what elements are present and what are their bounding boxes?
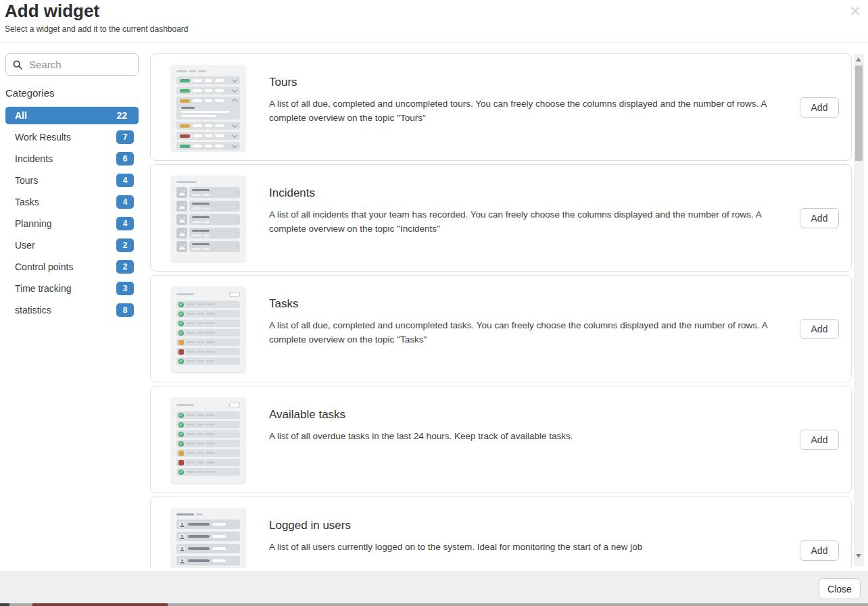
placeholder-dash xyxy=(192,243,210,245)
placeholder-dash xyxy=(186,341,195,343)
add-button[interactable]: Add xyxy=(800,319,839,339)
category-label: Control points xyxy=(15,261,73,272)
category-count-badge: 4 xyxy=(116,195,134,209)
category-label: statistics xyxy=(15,305,51,315)
category-item-tasks[interactable]: Tasks 4 xyxy=(5,193,139,211)
placeholder-dash xyxy=(186,424,195,426)
category-item-tours[interactable]: Tours 4 xyxy=(5,172,139,189)
scroll-up-arrow-icon[interactable] xyxy=(856,57,861,61)
placeholder-dash xyxy=(206,313,215,315)
category-count-badge: 3 xyxy=(116,282,134,295)
category-item-planning[interactable]: Planning 4 xyxy=(5,215,139,232)
person-icon xyxy=(179,518,185,530)
tour-row-line xyxy=(180,76,237,84)
task-row: ✓ xyxy=(176,301,240,308)
category-label: Work Results xyxy=(15,132,71,143)
placeholder-dash xyxy=(193,134,202,137)
placeholder-dash xyxy=(197,322,204,324)
widget-thumbnail xyxy=(171,508,245,568)
add-button[interactable]: Add xyxy=(800,208,839,228)
category-item-control-points[interactable]: Control points 2 xyxy=(5,258,139,276)
placeholder-dash xyxy=(188,559,210,562)
placeholder-dash xyxy=(198,70,206,72)
add-button[interactable]: Add xyxy=(800,430,839,450)
widget-card-available-tasks: ✓✓✓✓✓ Available tasks A list of all over… xyxy=(150,386,852,493)
placeholder-dash xyxy=(192,207,201,209)
category-item-user[interactable]: User 2 xyxy=(5,236,139,254)
placeholder-dash xyxy=(193,145,202,147)
scrollbar-thumb[interactable] xyxy=(855,66,863,161)
widget-title: Logged in users xyxy=(269,519,351,532)
placeholder-dash xyxy=(205,79,212,82)
widget-title: Tasks xyxy=(269,297,298,311)
placeholder-dash xyxy=(197,443,204,445)
placeholder-dash xyxy=(197,414,204,416)
category-item-work-results[interactable]: Work Results 7 xyxy=(5,128,139,146)
incident-row xyxy=(176,214,240,225)
check-icon: ✓ xyxy=(178,330,184,336)
task-row: ✓ xyxy=(176,411,240,419)
tour-row xyxy=(176,86,240,95)
placeholder-dash xyxy=(192,221,201,223)
tour-row-line xyxy=(180,142,237,150)
add-button[interactable]: Add xyxy=(800,540,839,561)
thumbnail-header xyxy=(176,292,240,297)
placeholder-dash xyxy=(197,461,204,463)
placeholder-dash xyxy=(197,341,204,343)
close-button[interactable]: Close xyxy=(819,578,861,599)
chevron-down-icon xyxy=(232,143,237,148)
placeholder-dash xyxy=(205,89,212,92)
image-placeholder-icon xyxy=(176,187,187,198)
status-pill xyxy=(180,145,190,148)
placeholder-dash xyxy=(197,424,204,426)
placeholder-dash xyxy=(186,332,195,334)
task-row: ✓ xyxy=(176,430,240,438)
search-input[interactable] xyxy=(28,58,132,71)
incident-row-bar xyxy=(189,187,240,198)
thumbnail-header xyxy=(176,513,240,515)
widget-thumbnail: ✓✓✓✓✓ xyxy=(171,286,245,372)
category-count-badge: 7 xyxy=(116,130,134,144)
placeholder-dash xyxy=(197,452,204,454)
close-icon[interactable]: ✕ xyxy=(846,3,864,20)
status-square-icon xyxy=(178,340,184,345)
placeholder-dash xyxy=(186,360,195,362)
category-item-all[interactable]: All 22 xyxy=(5,107,139,124)
category-item-incidents[interactable]: Incidents 6 xyxy=(5,150,139,168)
scroll-down-arrow-icon[interactable] xyxy=(856,554,861,558)
category-item-statistics[interactable]: statistics 8 xyxy=(5,301,139,319)
placeholder-dash xyxy=(192,216,210,218)
placeholder-dash xyxy=(193,99,202,102)
incident-row-bar xyxy=(189,201,240,211)
placeholder-dash xyxy=(192,248,201,250)
bottom-strip-dark-segment xyxy=(0,603,9,606)
placeholder-dash xyxy=(176,404,194,406)
widget-thumbnail xyxy=(171,65,245,151)
status-pill xyxy=(180,124,190,128)
placeholder-dash xyxy=(206,351,215,353)
placeholder-dash xyxy=(206,452,215,454)
widget-description: A list of all overdue tasks in the last … xyxy=(269,430,795,444)
incident-row xyxy=(176,201,240,211)
placeholder-dash xyxy=(186,461,195,463)
person-icon xyxy=(179,542,185,555)
chevron-down-icon xyxy=(232,132,237,138)
image-placeholder-icon xyxy=(176,201,187,211)
check-icon: ✓ xyxy=(178,470,184,475)
placeholder-dash xyxy=(212,535,226,538)
status-square-icon xyxy=(178,460,184,465)
row-dot xyxy=(237,245,238,247)
task-row: ✓ xyxy=(176,320,240,327)
tour-row xyxy=(176,76,240,84)
row-dot xyxy=(237,191,238,193)
placeholder-dash xyxy=(181,111,230,113)
add-button[interactable]: Add xyxy=(800,97,839,118)
scrollbar-track[interactable] xyxy=(854,54,864,566)
task-row xyxy=(176,449,240,457)
placeholder-dash xyxy=(193,79,202,82)
placeholder-dash xyxy=(203,234,210,236)
placeholder-dash xyxy=(212,559,226,562)
category-item-time-tracking[interactable]: Time tracking 3 xyxy=(5,280,139,297)
placeholder-dash xyxy=(215,145,224,147)
tour-row-line xyxy=(180,97,237,105)
